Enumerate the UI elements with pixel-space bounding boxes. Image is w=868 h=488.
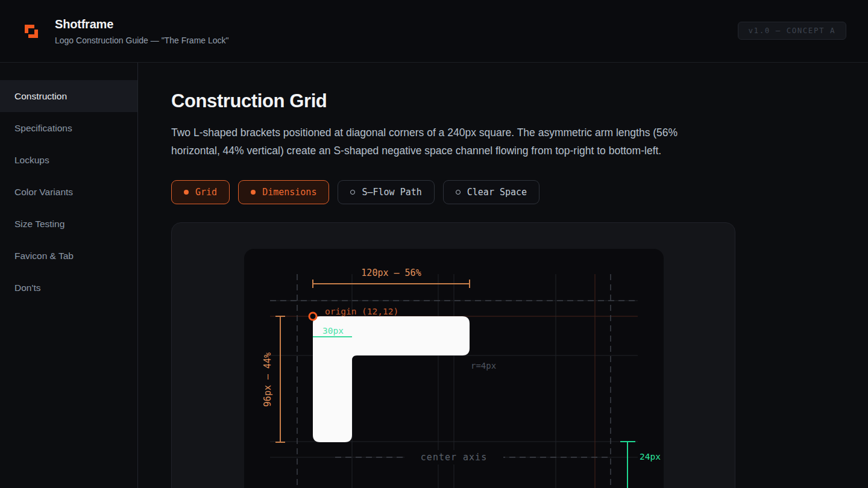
version-badge: v1.0 — CONCEPT A [738,22,846,40]
toggle-dimensions-label: Dimensions [262,187,316,198]
toggle-s-flow-path-label: S–Flow Path [362,187,421,198]
construction-diagram: center axis 120px — 56% [244,249,664,488]
app-title: Shotframe [55,17,229,31]
hollow-circle-icon [456,190,461,195]
toggle-clear-space[interactable]: Clear Space [443,180,539,204]
width-dimension-label: 120px — 56% [361,267,421,278]
sidebar-nav: Construction Specifications Lockups Colo… [0,63,138,488]
sidebar-item-donts[interactable]: Don'ts [0,272,137,304]
construction-grid-canvas: center axis 120px — 56% [244,249,664,488]
layer-toggle-group: Grid Dimensions S–Flow Path Clear Space [171,180,868,204]
sidebar-item-specifications[interactable]: Specifications [0,112,137,144]
filled-dot-icon [251,190,256,195]
filled-dot-icon [184,190,189,195]
page-description: Two L-shaped brackets positioned at diag… [171,124,717,160]
toggle-clear-space-label: Clear Space [467,187,527,198]
height-dimension-label: 96px — 44% [262,352,273,407]
main-content: Construction Grid Two L-shaped brackets … [138,63,868,488]
arm-thickness-label: 30px [322,326,344,336]
construction-grid-panel: center axis 120px — 56% [171,222,735,488]
frame-brackets-logo-icon [20,20,43,43]
app-header: Shotframe Logo Construction Guide — "The… [0,0,868,63]
height-dimension-line [275,316,285,442]
page-title: Construction Grid [171,90,868,112]
app-subtitle: Logo Construction Guide — "The Frame Loc… [55,36,229,45]
width-dimension-line [313,280,470,288]
toggle-dimensions[interactable]: Dimensions [238,180,329,204]
hollow-circle-icon [350,190,355,195]
clear-space-label: 24px [640,452,661,461]
toggle-grid[interactable]: Grid [171,180,230,204]
sidebar-item-lockups[interactable]: Lockups [0,144,137,176]
sidebar-item-favicon-tab[interactable]: Favicon & Tab [0,240,137,272]
origin-marker-icon [309,313,316,320]
origin-label: origin (12,12) [325,307,398,316]
toggle-s-flow-path[interactable]: S–Flow Path [338,180,434,204]
sidebar-item-construction[interactable]: Construction [0,80,137,112]
clear-space-line [620,442,635,488]
sidebar-item-size-testing[interactable]: Size Testing [0,208,137,240]
toggle-grid-label: Grid [195,187,217,198]
sidebar-item-color-variants[interactable]: Color Variants [0,176,137,208]
center-axis-label: center axis [421,452,487,463]
corner-radius-label: r=4px [471,361,496,371]
